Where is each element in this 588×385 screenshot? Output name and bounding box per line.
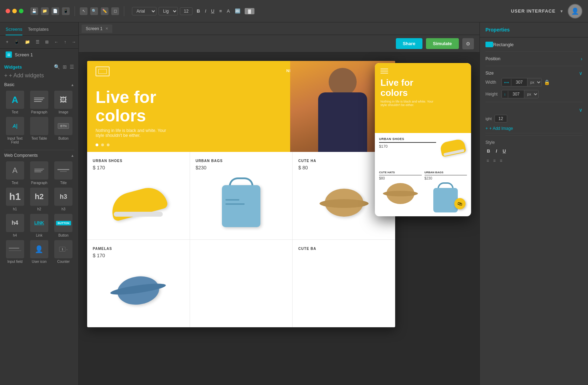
font-family-select[interactable]: Arial (132, 7, 156, 15)
maximize-button[interactable] (19, 9, 23, 13)
align-left-btn[interactable]: ≡ (485, 157, 490, 164)
wc-widget-link[interactable]: LINK Link (28, 214, 50, 237)
simulate-button[interactable]: Simulate (426, 38, 459, 49)
align-right-btn[interactable]: ≡ (499, 157, 503, 164)
align-button[interactable]: ≡ (217, 7, 224, 15)
extra-section-row[interactable]: ∨ (485, 105, 582, 115)
hero-dot-3[interactable] (107, 144, 110, 146)
wc-widget-title[interactable]: Title (53, 161, 74, 185)
app-title-chevron[interactable]: ▼ (560, 9, 564, 13)
extra-expand-icon[interactable]: ∨ (579, 107, 582, 113)
tab-screens[interactable]: Screens (6, 27, 22, 35)
underline-style-btn[interactable]: U (501, 148, 507, 154)
size-expand-icon[interactable]: ∨ (579, 70, 582, 76)
hero-dot-2[interactable] (101, 144, 104, 146)
text-color-button[interactable]: A (225, 7, 232, 15)
cursor-icon[interactable]: ↖ (80, 7, 88, 15)
mobile-grid-cute-hats-price: $80 (379, 176, 422, 180)
folder-btn[interactable]: 📁 (23, 38, 32, 46)
underline-button[interactable]: U (209, 7, 216, 15)
list-icon[interactable]: ☰ (70, 64, 74, 70)
color-picker-button[interactable]: ▓ (245, 8, 254, 14)
position-row[interactable]: Position › (485, 54, 582, 64)
text-bg-button[interactable]: 🔤 (233, 7, 243, 15)
wc-widget-input-field[interactable]: Input field (4, 240, 26, 264)
italic-style-btn[interactable]: I (494, 148, 498, 154)
product-card-urban-bags: URBAN BAGS $230 (190, 152, 293, 239)
width-icon: ⟺ (502, 79, 511, 86)
grid-view-btn[interactable]: ⊞ (43, 38, 50, 46)
wc-user-icon-label: User icon (32, 260, 47, 264)
add-image-btn[interactable]: + + Add Image (485, 126, 582, 131)
add-widgets-btn[interactable]: + + Add widgets (4, 72, 74, 79)
product-name-cute-ba: CUTE BA (298, 247, 390, 251)
mobile-screen-btn[interactable]: 📱 (12, 38, 21, 46)
list-view-btn[interactable]: ☰ (34, 38, 41, 46)
wc-widget-h1[interactable]: h1 h1 (4, 188, 26, 211)
widget-text-table[interactable]: Text Table (28, 117, 50, 144)
nav-up-btn[interactable]: ↑ (62, 38, 68, 46)
minimize-button[interactable] (12, 9, 17, 13)
width-input[interactable] (511, 78, 527, 86)
wc-widget-counter[interactable]: 1- Counter (53, 240, 74, 264)
height-input[interactable] (508, 90, 524, 98)
align-center-btn[interactable]: ≡ (492, 157, 497, 164)
widget-input-text-field[interactable]: A| Input Text Field (4, 117, 26, 144)
canvas-tab-screen1[interactable]: Screen 1 ✕ (82, 24, 112, 33)
share-button[interactable]: Share (396, 38, 422, 49)
shape-icon[interactable]: ◻ (111, 7, 119, 15)
widget-text[interactable]: A Text (4, 91, 26, 114)
font-size-mini-input[interactable] (495, 115, 507, 122)
height-unit-select[interactable]: px % (524, 90, 538, 98)
zoom-icon[interactable]: 🔍 (90, 7, 98, 15)
pamela-hat (115, 274, 161, 307)
add-screen-btn[interactable]: + (4, 38, 10, 46)
widget-paragraph[interactable]: Paragraph (28, 91, 50, 114)
wc-widget-h4[interactable]: h4 h4 (4, 214, 26, 237)
mobile-icon[interactable]: 📱 (62, 7, 70, 15)
wc-widget-paragraph[interactable]: Paragraph (28, 161, 50, 185)
wc-widget-text[interactable]: A Text (4, 161, 26, 185)
font-style-select[interactable]: Light Regular Bold (159, 7, 178, 15)
nav-left-btn[interactable]: ← (52, 38, 60, 46)
wc-widget-button[interactable]: BUTTON Button (53, 214, 74, 237)
bold-button[interactable]: B (195, 7, 202, 15)
search-icon[interactable]: 🔍 (54, 64, 60, 70)
wc-input-field-icon-box (6, 240, 24, 258)
mobile-cart-badge[interactable]: 🛍 (454, 198, 465, 209)
nav-right-btn[interactable]: → (70, 38, 78, 46)
width-unit-select[interactable]: px % (527, 78, 541, 86)
bold-style-btn[interactable]: B (485, 148, 491, 154)
h4-icon: h4 (12, 220, 18, 226)
widgets-title: Widgets (4, 64, 22, 70)
widget-button[interactable]: BTN Button (53, 117, 74, 144)
widget-text-table-label: Text Table (31, 136, 47, 140)
pen-icon[interactable]: ✏️ (101, 7, 108, 15)
position-expand-icon[interactable]: › (581, 56, 582, 62)
user-avatar[interactable]: 👤 (568, 4, 582, 19)
tab-templates[interactable]: Templates (28, 27, 49, 35)
mobile-product-shoes-info: URBAN SHOES $170 (379, 137, 436, 158)
wc-section-toggle[interactable]: ▲ (71, 154, 74, 158)
widget-image[interactable]: 🖼 Image (53, 91, 74, 114)
wc-widget-user-icon[interactable]: 👤 User icon (28, 240, 50, 264)
screen-1-item[interactable]: ▤ Screen 1 (0, 49, 78, 61)
italic-button[interactable]: I (203, 7, 208, 15)
hero-dot-1[interactable] (96, 144, 98, 146)
settings-button[interactable]: ⚙ (462, 38, 474, 49)
wc-widget-h3[interactable]: h3 h3 (53, 188, 74, 211)
wc-button-icon: BUTTON (56, 221, 71, 225)
font-size-input[interactable] (180, 7, 192, 15)
save-icon[interactable]: 💾 (30, 7, 38, 15)
canvas-tab-close-btn[interactable]: ✕ (105, 27, 108, 30)
wc-widget-h2[interactable]: h2 h2 (28, 188, 50, 211)
open-icon[interactable]: 📁 (41, 7, 49, 15)
grid-icon[interactable]: ⊞ (63, 64, 67, 70)
close-button[interactable] (6, 9, 10, 13)
size-row[interactable]: Size ∨ (485, 68, 582, 78)
canvas-area: Screen 1 ✕ Share Simulate ⚙ (79, 22, 479, 385)
basic-section-toggle[interactable]: ▲ (71, 83, 74, 87)
screen-icon[interactable]: 📄 (51, 7, 59, 15)
lock-icon[interactable]: 🔒 (544, 79, 550, 85)
mobile-menu-icon[interactable] (380, 69, 465, 74)
